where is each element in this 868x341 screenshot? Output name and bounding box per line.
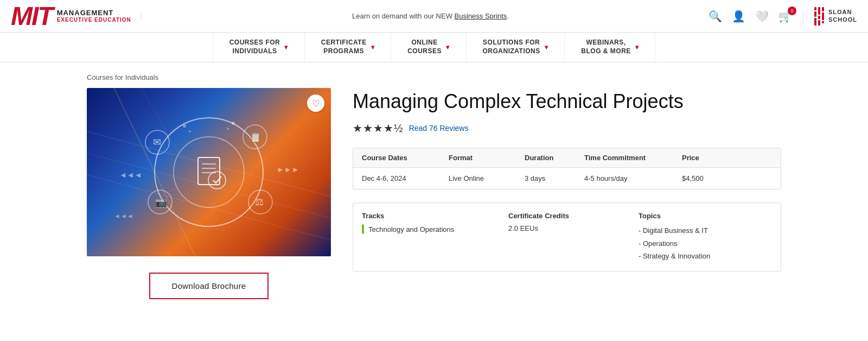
nav-certificate-programs[interactable]: CERTIFICATEPROGRAMS ▾ [305,33,391,62]
sloan-school-label: SLOAN SCHOOL [828,9,857,23]
details-header-row: Course Dates Format Duration Time Commit… [353,148,781,168]
col-header-time: Time Commitment [584,154,682,162]
tracks-section: Tracks Technology and Operations [362,212,497,262]
svg-point-23 [227,128,229,130]
logo-management: MANAGEMENT [57,9,131,17]
details-values-row: Dec 4-6, 2024 Live Online 3 days 4-5 hou… [353,168,781,189]
chevron-down-icon: ▾ [545,43,548,51]
nav-courses-individuals[interactable]: COURSES FORINDIVIDUALS ▾ [213,33,305,62]
certificate-value: 2.0 EEUs [508,224,628,232]
svg-text:📋: 📋 [250,131,262,143]
topic-item: - Digital Business & IT [639,224,772,237]
track-badge: Technology and Operations [362,224,497,234]
chevron-down-icon: ▾ [635,43,639,51]
svg-text:►►►: ►►► [277,165,299,174]
svg-point-5 [155,118,263,226]
download-brochure-button[interactable]: Download Brochure [149,273,269,299]
svg-text:✉: ✉ [153,137,161,148]
topic-item: - Operations [639,237,772,250]
topics-label: Topics [639,212,772,220]
wishlist-button[interactable]: 🤍 [755,10,769,23]
svg-line-1 [87,153,331,218]
main-content: Courses for Individuals [0,62,868,310]
track-color-bar [362,224,364,234]
heart-icon: ♡ [312,98,320,109]
value-price: $4,500 [682,174,736,182]
svg-point-20 [183,124,186,128]
col-header-duration: Duration [525,154,584,162]
logo-text: MANAGEMENT EXECUTIVE EDUCATION [57,9,131,24]
star-rating: ★★★★½ [353,122,404,135]
profile-button[interactable]: 👤 [732,10,745,23]
logo-exec-ed: EXECUTIVE EDUCATION [57,17,131,23]
search-button[interactable]: 🔍 [709,10,722,23]
svg-point-21 [189,130,191,132]
svg-point-11 [208,172,226,189]
topics-section: Topics - Digital Business & IT- Operatio… [639,212,772,262]
sloan-bars-icon [814,7,824,26]
svg-rect-7 [198,157,220,185]
nav-solutions-organizations[interactable]: SOLUTIONS FORORGANIZATIONS ▾ [467,33,565,62]
svg-text:◄◄◄: ◄◄◄ [119,171,142,179]
certificate-section: Certificate Credits 2.0 EEUs [508,212,628,262]
nav-webinars-blog[interactable]: WEBINARS,BLOG & MORE ▾ [565,33,655,62]
svg-point-6 [174,137,244,207]
tracks-label: Tracks [362,212,497,220]
value-time: 4-5 hours/day [584,174,682,182]
rating-row: ★★★★½ Read 76 Reviews [353,122,781,135]
tech-graphic: ✉ 📋 ⚖ 📷 ◄◄◄ ►►► ◄◄◄ [87,88,331,256]
topics-list: - Digital Business & IT- Operations- Str… [639,224,772,262]
track-name: Technology and Operations [368,225,454,233]
svg-line-4 [141,88,239,256]
col-header-price: Price [682,154,736,162]
lower-details-section: Tracks Technology and Operations Certifi… [353,203,781,271]
breadcrumb: Courses for Individuals [87,73,158,81]
col-header-format: Format [449,154,525,162]
cart-badge: 0 [788,7,796,15]
value-duration: 3 days [525,174,584,182]
course-image: ✉ 📋 ⚖ 📷 ◄◄◄ ►►► ◄◄◄ [87,88,331,256]
business-sprints-link[interactable]: Business Sprints [455,12,507,20]
topic-item: - Strategy & Innovation [639,250,772,262]
value-dates: Dec 4-6, 2024 [362,174,449,182]
chevron-down-icon: ▾ [371,43,375,51]
left-column: Courses for Individuals [87,73,331,299]
certificate-label: Certificate Credits [508,212,628,220]
svg-point-22 [232,122,235,125]
top-bar: MIT MANAGEMENT EXECUTIVE EDUCATION Learn… [0,0,868,33]
nav-online-courses[interactable]: ONLINECOURSES ▾ [391,33,466,62]
cart-button[interactable]: 🛒 0 [778,10,792,23]
svg-text:⚖: ⚖ [255,197,264,207]
announcement-bar: Learn on demand with our NEW Business Sp… [141,12,709,20]
col-header-dates: Course Dates [362,154,449,162]
svg-text:📷: 📷 [155,197,168,209]
mit-logo: MIT [11,3,53,29]
right-column: Managing Complex Technical Projects ★★★★… [353,73,781,299]
nav-bar: COURSES FORINDIVIDUALS ▾ CERTIFICATEPROG… [0,33,868,62]
reviews-link[interactable]: Read 76 Reviews [409,124,469,132]
chevron-down-icon: ▾ [446,43,450,51]
logo-area: MIT MANAGEMENT EXECUTIVE EDUCATION [11,3,141,29]
svg-text:◄◄◄: ◄◄◄ [114,212,133,220]
top-bar-icons: 🔍 👤 🤍 🛒 0 [709,10,803,23]
wishlist-heart-button[interactable]: ♡ [307,94,324,112]
mit-sloan-logo: SLOAN SCHOOL [803,7,857,26]
chevron-down-icon: ▾ [284,43,288,51]
announcement-text: Learn on demand with our NEW Business Sp… [352,12,509,20]
value-format: Live Online [449,174,525,182]
course-image-wrapper: ✉ 📋 ⚖ 📷 ◄◄◄ ►►► ◄◄◄ [87,88,331,256]
course-title: Managing Complex Technical Projects [353,90,781,113]
course-details-table: Course Dates Format Duration Time Commit… [353,148,781,190]
